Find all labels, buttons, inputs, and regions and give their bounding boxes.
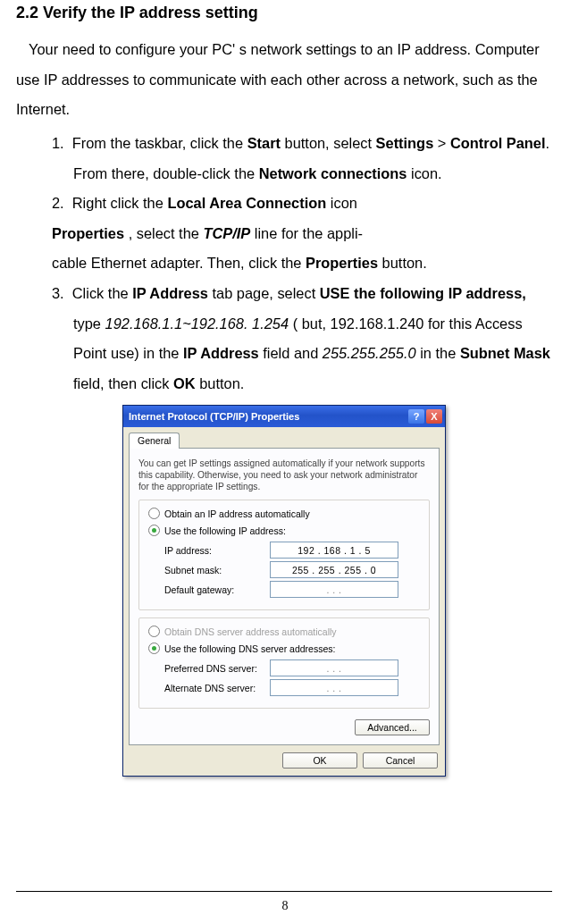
section-heading: 2.2 Verify the IP address setting — [16, 0, 552, 35]
tcpip-properties-dialog: Internet Protocol (TCP/IP) Properties ? … — [122, 405, 446, 777]
step-3: 3. Click the IP Address tab page, select… — [52, 279, 552, 399]
page-number: 8 — [0, 899, 570, 913]
ok-button[interactable]: OK — [282, 752, 357, 769]
advanced-button[interactable]: Advanced... — [355, 719, 430, 735]
radio-dns-auto: Obtain DNS server address automatically — [148, 626, 420, 637]
radio-label: Use the following DNS server addresses: — [164, 643, 335, 654]
cancel-button[interactable]: Cancel — [363, 752, 438, 769]
tab-general[interactable]: General — [129, 433, 180, 449]
step-2: 2. Right click the Local Area Connection… — [52, 189, 552, 219]
step-number: 2. — [52, 195, 64, 211]
close-icon: X — [431, 411, 437, 422]
radio-icon — [148, 508, 160, 519]
ip-group: Obtain an IP address automatically Use t… — [138, 500, 430, 610]
dialog-title: Internet Protocol (TCP/IP) Properties — [129, 411, 408, 422]
default-gateway-label: Default gateway: — [164, 584, 270, 595]
ip-address-label: IP address: — [164, 545, 270, 556]
radio-label: Obtain DNS server address automatically — [164, 626, 337, 637]
radio-ip-manual[interactable]: Use the following IP address: — [148, 525, 420, 536]
subnet-mask-input[interactable]: 255 . 255 . 255 . 0 — [270, 561, 398, 578]
close-button[interactable]: X — [426, 409, 442, 424]
preferred-dns-input[interactable]: . . . — [270, 659, 398, 676]
tab-panel-general: You can get IP settings assigned automat… — [129, 448, 440, 746]
alternate-dns-input[interactable]: . . . — [270, 679, 398, 696]
default-gateway-input[interactable]: . . . — [270, 581, 398, 598]
subnet-mask-label: Subnet mask: — [164, 565, 270, 575]
dialog-description: You can get IP settings assigned automat… — [138, 458, 430, 493]
radio-icon — [148, 643, 160, 654]
ip-address-input[interactable]: 192 . 168 . 1 . 5 — [270, 542, 398, 559]
dns-group: Obtain DNS server address automatically … — [138, 617, 430, 709]
intro-paragraph: Your need to configure your PC' s networ… — [16, 35, 552, 129]
step-number: 1. — [52, 135, 64, 151]
step-2-cont2: cable Ethernet adapter. Then, click the … — [52, 248, 552, 279]
dialog-titlebar[interactable]: Internet Protocol (TCP/IP) Properties ? … — [123, 406, 445, 427]
step-1: 1. From the taskbar, click the Start but… — [52, 129, 552, 189]
footer-rule — [16, 891, 552, 892]
step-number: 3. — [52, 285, 64, 301]
radio-icon — [148, 626, 160, 637]
radio-label: Use the following IP address: — [164, 525, 286, 536]
radio-dns-manual[interactable]: Use the following DNS server addresses: — [148, 643, 420, 654]
radio-label: Obtain an IP address automatically — [164, 508, 310, 519]
preferred-dns-label: Preferred DNS server: — [164, 663, 270, 674]
radio-icon — [148, 525, 160, 536]
step-2-cont: Properties , select the TCP/IP line for … — [52, 219, 552, 249]
help-icon: ? — [414, 411, 420, 422]
alternate-dns-label: Alternate DNS server: — [164, 683, 270, 693]
radio-ip-auto[interactable]: Obtain an IP address automatically — [148, 508, 420, 519]
help-button[interactable]: ? — [408, 409, 424, 424]
